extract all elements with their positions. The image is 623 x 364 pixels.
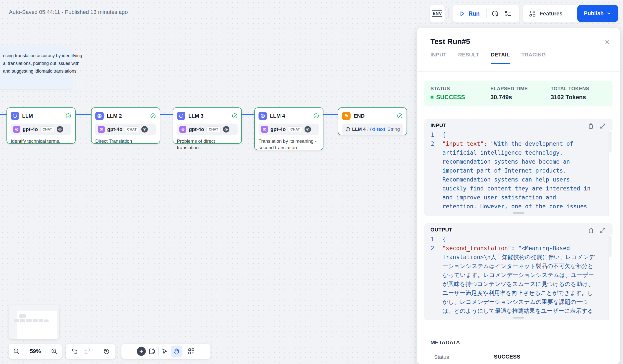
hand-tool-button[interactable] [171, 346, 182, 357]
mini-llm-icon [345, 127, 351, 132]
tokens-value: 3162 Tokens [551, 94, 589, 101]
code-line: and improve user satisfaction and [424, 193, 609, 202]
vision-eye-icon [305, 126, 311, 133]
model-name: gpt-4o [107, 127, 122, 132]
openai-icon [261, 126, 268, 133]
node-llm-4[interactable]: LLM 4gpt-4oCHATTranslation by its meanin… [254, 107, 323, 150]
node-end[interactable]: ⚑ END LLM 4 / {x} text String [338, 107, 407, 135]
elapsed-value: 30.749s [490, 94, 528, 101]
pointer-tool-button[interactable] [161, 348, 168, 355]
zoom-out-button[interactable] [13, 348, 20, 355]
run-button[interactable]: Run [454, 7, 484, 20]
llm-brain-icon [11, 112, 19, 120]
resize-handle[interactable] [513, 212, 524, 214]
node-llm-2[interactable]: LLM 2gpt-4oCHATDirect Translation [91, 107, 160, 144]
model-name: gpt-4o [23, 127, 38, 132]
history-toolbar [66, 344, 115, 359]
copy-icon[interactable] [588, 123, 594, 129]
llm-brain-icon [95, 112, 104, 120]
llm-brain-icon [177, 112, 185, 120]
clock-history-icon [491, 10, 499, 17]
end-source-node: LLM 4 [352, 127, 366, 132]
organize-nodes-button[interactable] [188, 348, 195, 355]
close-icon[interactable] [604, 39, 611, 45]
code-scrollbar[interactable] [608, 130, 613, 216]
run-toolbar-group: Run [452, 5, 519, 23]
vision-eye-icon [141, 126, 148, 133]
llm-brain-icon [259, 112, 267, 120]
code-line: important part of Internet products. [424, 166, 609, 175]
path-slash: / [367, 127, 368, 132]
model-selector[interactable]: gpt-4oCHAT [11, 124, 71, 135]
add-node-button[interactable] [137, 347, 146, 356]
chevron-down-icon [606, 11, 612, 16]
code-line: recommendation systems have become an [424, 157, 609, 166]
canvas-note[interactable]: ncing translation accuracy by identifyin… [0, 46, 72, 89]
copy-icon[interactable] [588, 227, 594, 234]
node-description: Problems of direct translation [177, 138, 238, 151]
run-history-button[interactable] [489, 7, 502, 20]
openai-icon [13, 126, 20, 133]
success-check-icon [397, 113, 403, 119]
note-text-line: al translations, pointing out issues wit… [3, 60, 69, 67]
edge-llm3-llm4 [241, 114, 255, 115]
edge-llm2-llm3 [159, 114, 174, 115]
input-code-lines: 1{2"input_text": "With the development o… [424, 130, 609, 216]
node-title: LLM 4 [270, 113, 313, 119]
run-button-label: Run [468, 10, 480, 17]
tab-input[interactable]: INPUT [430, 52, 447, 64]
node-llm-1[interactable]: LLMgpt-4oCHATIdentify technical terms. [6, 107, 76, 144]
minimap-node-rect [44, 319, 49, 322]
output-code-block: OUTPUT 1{2"second_translation": "<Meanin… [424, 223, 613, 320]
tab-result[interactable]: RESULT [458, 52, 479, 64]
checklist-button[interactable] [502, 7, 515, 20]
status-label: STATUS [430, 86, 465, 91]
expand-icon[interactable] [600, 123, 606, 129]
toolbar-divider [97, 347, 97, 356]
model-selector[interactable]: gpt-4oCHAT [259, 124, 319, 135]
add-note-button[interactable] [148, 348, 156, 355]
minimap[interactable] [9, 305, 59, 339]
node-title: END [354, 113, 397, 119]
redo-button[interactable] [84, 348, 91, 355]
variable-icon: {x} [370, 127, 375, 132]
metadata-header: METADATA [430, 339, 460, 346]
tab-detail[interactable]: DETAIL [491, 52, 510, 64]
expand-icon[interactable] [600, 227, 606, 234]
code-line: 2"input_text": "With the development of [424, 139, 609, 148]
features-icon [529, 10, 536, 17]
resize-handle[interactable] [513, 317, 524, 318]
node-title: LLM 2 [107, 113, 150, 119]
model-selector[interactable]: gpt-4oCHAT [177, 124, 238, 135]
indent-guide [440, 139, 440, 212]
model-name: gpt-4o [270, 127, 286, 132]
end-flag-icon: ⚑ [342, 112, 351, 120]
test-run-panel: Test Run#5 INPUTRESULTDETAILTRACING STAT… [417, 28, 620, 364]
undo-button[interactable] [71, 348, 78, 355]
indent-guide [440, 244, 440, 317]
code-scrollbar[interactable] [608, 235, 613, 320]
zoom-in-button[interactable] [51, 348, 58, 355]
env-button[interactable]: ENV [430, 5, 445, 23]
toolbar-divider [185, 347, 185, 356]
zoom-level[interactable]: 59% [30, 348, 41, 355]
panel-tabs: INPUTRESULTDETAILTRACING [430, 52, 546, 64]
features-button[interactable]: Features [522, 5, 582, 23]
publish-button[interactable]: Publish [577, 5, 618, 22]
end-output-variable-row: LLM 4 / {x} text String [342, 124, 403, 135]
node-llm-3[interactable]: LLM 3gpt-4oCHATProblems of direct transl… [173, 107, 242, 144]
model-mode-badge: CHAT [288, 126, 302, 132]
minimap-node-rect [26, 319, 32, 322]
minimap-note-rect [19, 314, 26, 318]
code-line: retention. However, one of the core issu… [424, 202, 609, 211]
vision-eye-icon [223, 126, 229, 133]
node-description: Translation by its meaning - second tran… [259, 138, 319, 151]
tab-tracing[interactable]: TRACING [521, 52, 546, 64]
status-value: SUCCESS [430, 94, 465, 101]
version-history-button[interactable] [103, 348, 110, 355]
code-line: かし、レコメンデーションシステムの重要な課題の一つ [424, 297, 609, 306]
end-variable-type: String [387, 127, 400, 132]
code-line: artificial intelligence technology, [424, 148, 609, 157]
model-selector[interactable]: gpt-4oCHAT [95, 124, 156, 135]
panel-title: Test Run#5 [430, 37, 470, 46]
